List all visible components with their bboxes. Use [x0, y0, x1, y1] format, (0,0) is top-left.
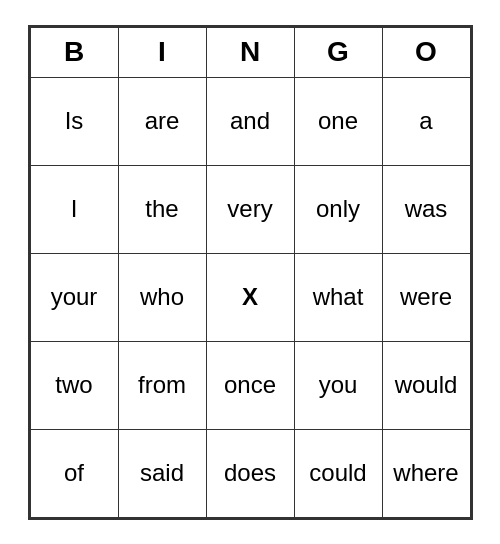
cell-r2-c4: were — [382, 253, 470, 341]
cell-r4-c0: of — [30, 429, 118, 517]
cell-r1-c0: I — [30, 165, 118, 253]
cell-r4-c2: does — [206, 429, 294, 517]
bingo-card: B I N G O IsareandoneaItheveryonlywasyou… — [28, 25, 473, 520]
cell-r0-c1: are — [118, 77, 206, 165]
cell-r4-c4: where — [382, 429, 470, 517]
cell-r3-c1: from — [118, 341, 206, 429]
bingo-body: IsareandoneaItheveryonlywasyourwhoXwhatw… — [30, 77, 470, 517]
cell-r0-c0: Is — [30, 77, 118, 165]
cell-r1-c1: the — [118, 165, 206, 253]
cell-r4-c1: said — [118, 429, 206, 517]
bingo-table: B I N G O IsareandoneaItheveryonlywasyou… — [30, 27, 471, 518]
header-row: B I N G O — [30, 27, 470, 77]
cell-r4-c3: could — [294, 429, 382, 517]
cell-r3-c4: would — [382, 341, 470, 429]
col-g: G — [294, 27, 382, 77]
cell-r3-c2: once — [206, 341, 294, 429]
cell-r1-c2: very — [206, 165, 294, 253]
table-row: Isareandonea — [30, 77, 470, 165]
cell-r3-c0: two — [30, 341, 118, 429]
cell-r0-c2: and — [206, 77, 294, 165]
col-i: I — [118, 27, 206, 77]
cell-r2-c3: what — [294, 253, 382, 341]
cell-r1-c3: only — [294, 165, 382, 253]
cell-r0-c3: one — [294, 77, 382, 165]
table-row: twofromonceyouwould — [30, 341, 470, 429]
cell-r3-c3: you — [294, 341, 382, 429]
cell-r0-c4: a — [382, 77, 470, 165]
cell-r2-c1: who — [118, 253, 206, 341]
col-n: N — [206, 27, 294, 77]
col-b: B — [30, 27, 118, 77]
table-row: ofsaiddoescouldwhere — [30, 429, 470, 517]
col-o: O — [382, 27, 470, 77]
table-row: yourwhoXwhatwere — [30, 253, 470, 341]
cell-r2-c0: your — [30, 253, 118, 341]
table-row: Itheveryonlywas — [30, 165, 470, 253]
cell-r2-c2: X — [206, 253, 294, 341]
cell-r1-c4: was — [382, 165, 470, 253]
